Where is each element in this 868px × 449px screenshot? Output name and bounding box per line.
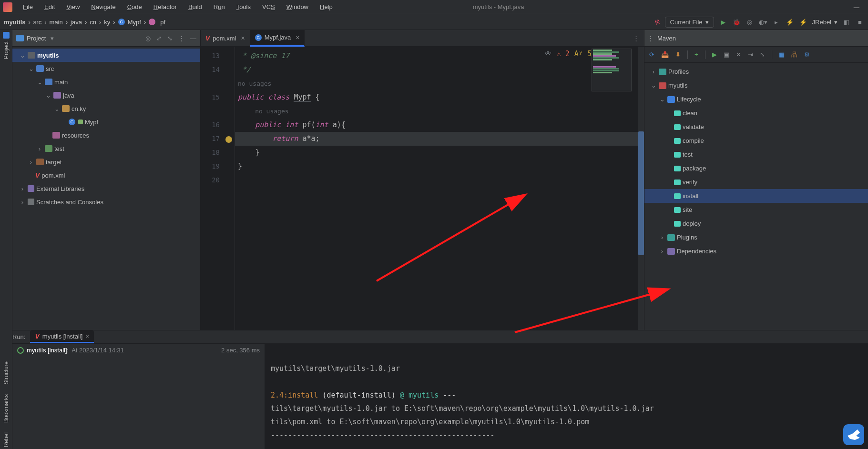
close-tab-icon[interactable]: × — [296, 34, 299, 41]
more-icon[interactable]: ⋮ — [647, 35, 654, 42]
toggle-offline-icon[interactable]: ✕ — [736, 51, 741, 58]
more-actions-icon[interactable]: ▸ — [772, 18, 781, 26]
menu-view[interactable]: View — [61, 1, 84, 12]
test-folder-icon — [45, 145, 52, 152]
breadcrumb[interactable]: CMypf — [118, 19, 141, 26]
close-tab-icon[interactable]: × — [241, 34, 245, 42]
breadcrumb[interactable]: myutils — [4, 19, 26, 26]
more-icon[interactable]: ⋮ — [178, 35, 184, 42]
maven-goal-test[interactable]: test — [644, 148, 868, 161]
breadcrumb[interactable]: pf — [149, 19, 165, 26]
maven-goal-install[interactable]: install — [644, 189, 868, 203]
menu-vcs[interactable]: VCS — [257, 1, 280, 12]
maven-settings-icon[interactable]: ⚙ — [804, 51, 810, 58]
maven-goal-deploy[interactable]: deploy — [644, 217, 868, 230]
maven-goal-compile[interactable]: compile — [644, 134, 868, 148]
menu-run[interactable]: Run — [209, 1, 230, 12]
breadcrumb[interactable]: src — [33, 19, 41, 26]
tree-java[interactable]: ⌄ java — [12, 89, 200, 102]
execute-goal-icon[interactable]: ▣ — [724, 51, 729, 58]
run-entry[interactable]: myutils [install]: At 2023/1/14 14:31 2 … — [17, 347, 260, 354]
tree-resources[interactable]: resources — [12, 129, 200, 142]
menu-help[interactable]: Help — [315, 1, 337, 12]
tree-src[interactable]: ⌄ src — [12, 62, 200, 75]
rebel-tool-label[interactable]: Rebel — [3, 432, 10, 447]
assistant-bird-icon[interactable] — [843, 424, 864, 445]
project-tool-icon[interactable] — [3, 32, 10, 39]
download-sources-icon[interactable]: ⬇ — [675, 51, 681, 58]
breadcrumb[interactable]: ky — [104, 19, 110, 26]
menu-navigate[interactable]: Navigate — [86, 1, 120, 12]
code-editor[interactable]: * @since 17 */ no usages public class My… — [235, 47, 638, 330]
minimap[interactable] — [592, 49, 632, 91]
breadcrumb[interactable]: main — [50, 19, 63, 26]
editor-more-icon[interactable]: ⋮ — [633, 35, 639, 42]
maven-deps[interactable]: › Dependencies — [644, 244, 868, 258]
menu-file[interactable]: File — [18, 1, 38, 12]
maven-profiles[interactable]: › Profiles — [644, 65, 868, 79]
chevron-down-icon[interactable]: ▾ — [51, 35, 54, 42]
profile-icon[interactable]: ◐▾ — [759, 18, 767, 26]
show-deps-icon[interactable]: 品 — [791, 50, 797, 59]
menu-refactor[interactable]: Refactor — [149, 1, 182, 12]
reader-mode-icon[interactable]: 👁 — [545, 50, 552, 58]
maven-goal-validate[interactable]: validate — [644, 120, 868, 134]
maven-project[interactable]: ⌄ myutils — [644, 79, 868, 92]
run-tab[interactable]: V myutils [install] × — [30, 330, 93, 343]
structure-tool-label[interactable]: Structure — [3, 361, 10, 385]
minimize-panel-icon[interactable]: — — [190, 35, 196, 42]
tree-pom[interactable]: V pom.xml — [12, 169, 200, 182]
run-config-select[interactable]: Current File▾ — [665, 17, 714, 28]
tree-test[interactable]: › test — [12, 142, 200, 155]
close-tab-icon[interactable]: × — [85, 333, 89, 340]
reload-icon[interactable]: ⟳ — [649, 51, 654, 58]
add-icon[interactable]: + — [694, 51, 698, 58]
intention-bulb-icon[interactable] — [225, 136, 232, 143]
tree-package[interactable]: ⌄ cn.ky — [12, 102, 200, 115]
jrebel-dropdown[interactable]: JRebel ▾ — [812, 19, 837, 26]
minimize-icon[interactable]: – — [854, 5, 859, 10]
tree-class-mypf[interactable]: C Mypf — [12, 115, 200, 129]
maven-goal-clean[interactable]: clean — [644, 106, 868, 120]
jrebel-debug-icon[interactable]: ⚡ — [799, 18, 807, 26]
breadcrumb[interactable]: cn — [90, 19, 96, 26]
maven-plugins[interactable]: › Plugins — [644, 230, 868, 244]
maven-lifecycle[interactable]: ⌄ Lifecycle — [644, 92, 868, 106]
maven-goal-site[interactable]: site — [644, 203, 868, 217]
menu-edit[interactable]: Edit — [40, 1, 60, 12]
stop-icon[interactable]: ■ — [856, 18, 864, 26]
collapse-all-icon[interactable]: ⤡ — [760, 51, 765, 58]
project-tool-label[interactable]: Project — [3, 41, 10, 59]
breadcrumb[interactable]: java — [71, 19, 82, 26]
generate-sources-icon[interactable]: 📥 — [661, 51, 669, 58]
skip-tests-icon[interactable]: ⇥ — [748, 51, 753, 58]
coverage-icon[interactable]: ◎ — [745, 18, 754, 26]
run-icon[interactable]: ▶ — [719, 18, 727, 26]
menu-window[interactable]: Window — [282, 1, 313, 12]
show-diagram-icon[interactable]: ▦ — [779, 51, 785, 58]
bookmarks-tool-label[interactable]: Bookmarks — [3, 394, 10, 423]
tree-project-root[interactable]: ⌄ myutils — [12, 49, 200, 62]
run-console[interactable]: myutils\target\myutils-1.0.jar 2.4:insta… — [265, 344, 868, 449]
editor-scrollbar[interactable] — [638, 47, 644, 330]
collapse-icon[interactable]: ⤡ — [167, 35, 173, 42]
menu-tools[interactable]: Tools — [232, 1, 255, 12]
run-maven-icon[interactable]: ▶ — [712, 51, 717, 58]
maven-goal-package[interactable]: package — [644, 161, 868, 175]
build-icon[interactable]: ⚒ — [653, 18, 661, 26]
menu-build[interactable]: Build — [184, 1, 207, 12]
menu-code[interactable]: Code — [123, 1, 147, 12]
expand-icon[interactable]: ⤢ — [156, 35, 162, 42]
maven-goal-verify[interactable]: verify — [644, 175, 868, 189]
tree-target[interactable]: › target — [12, 155, 200, 169]
editor-tab-mypf[interactable]: C Mypf.java × — [250, 30, 305, 47]
tree-external-libs[interactable]: › External Libraries — [12, 182, 200, 195]
target-icon[interactable]: ◎ — [145, 35, 151, 42]
tree-main[interactable]: ⌄ main — [12, 75, 200, 89]
debug-icon[interactable]: 🐞 — [732, 18, 741, 26]
jrebel-run-icon[interactable]: ⚡ — [786, 18, 794, 26]
jrebel-config-icon[interactable]: ◧ — [842, 18, 851, 26]
tree-scratches[interactable]: › Scratches and Consoles — [12, 195, 200, 209]
fold-column[interactable] — [225, 47, 235, 330]
editor-tab-pom[interactable]: V pom.xml × — [201, 30, 250, 47]
